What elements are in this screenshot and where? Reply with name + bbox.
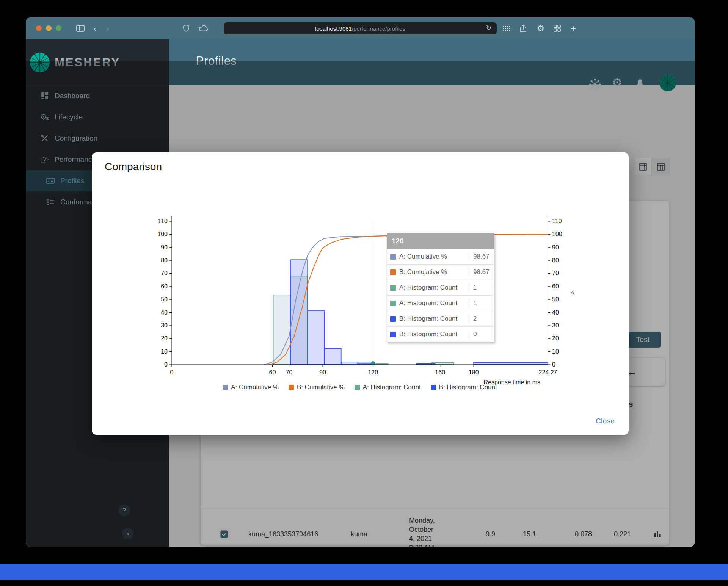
- x-tick-label: 90: [319, 369, 326, 376]
- y-tick-label: 40: [552, 309, 559, 316]
- series-color-swatch: [390, 254, 396, 260]
- y-tick-label: 0: [164, 361, 168, 368]
- y-tick-label: 80: [161, 257, 168, 263]
- tooltip-row: A: Histogram: Count1: [387, 280, 494, 295]
- y-tick-label: 20: [552, 335, 559, 342]
- extensions-grid-icon[interactable]: [503, 26, 510, 31]
- tooltip-row: B: Histogram: Count0: [387, 326, 494, 342]
- window-controls: [36, 25, 66, 31]
- x-tick-label: 120: [368, 369, 378, 376]
- y-tick-label: 30: [552, 322, 559, 329]
- tooltip-series-value: 98.67: [469, 268, 494, 276]
- series-color-swatch: [390, 316, 396, 322]
- tooltip-header: 120: [387, 233, 494, 249]
- y-tick-label: 60: [161, 283, 168, 290]
- y-tick-label: 110: [552, 218, 562, 224]
- y-tick-label: 100: [157, 231, 168, 237]
- tooltip-row: A: Histogram: Count1: [387, 295, 494, 311]
- histogram-bar: [373, 364, 388, 365]
- tooltip-series-label: B: Histogram: Count: [399, 331, 469, 338]
- tooltip-series-value: 98.67: [469, 253, 494, 260]
- comparison-modal: Comparison 00101020203030404050506060707…: [92, 152, 629, 435]
- legend-item[interactable]: B: Histogram: Count: [431, 384, 497, 391]
- shield-icon[interactable]: [183, 25, 189, 32]
- tooltip-series-label: B: Histogram: Count: [399, 315, 469, 323]
- y-tick-label: 0: [552, 361, 555, 368]
- y-tick-label: 90: [552, 244, 559, 251]
- y-tick-label: 80: [552, 257, 559, 263]
- y-tick-label: 10: [161, 348, 168, 355]
- tooltip-row: B: Histogram: Count2: [387, 311, 494, 326]
- tooltip-row: B: Cumulative %98.67: [387, 264, 494, 280]
- sidebar-toggle-icon[interactable]: [76, 25, 85, 32]
- url-path: /performance/profiles: [352, 25, 405, 32]
- x-tick-label: 160: [435, 369, 445, 376]
- tooltip-series-label: A: Cumulative %: [399, 253, 469, 260]
- x-tick-label: 180: [469, 369, 479, 376]
- refresh-icon[interactable]: ↻: [486, 24, 491, 32]
- y-tick-label: 110: [158, 218, 168, 224]
- y-tick-label: 20: [161, 335, 168, 342]
- address-bar[interactable]: localhost:9081/performance/profiles ↻: [224, 22, 497, 34]
- legend-item[interactable]: A: Histogram: Count: [355, 384, 421, 391]
- series-color-swatch: [390, 285, 396, 291]
- tooltip-row: A: Cumulative %98.67: [387, 249, 494, 264]
- close-window-button[interactable]: [36, 25, 42, 31]
- forward-icon[interactable]: ›: [106, 24, 109, 33]
- share-icon[interactable]: [520, 24, 527, 33]
- new-tab-icon[interactable]: +: [571, 23, 576, 34]
- y-tick-label: 70: [161, 270, 168, 276]
- y-tick-label: 50: [161, 296, 168, 302]
- legend-swatch: [223, 385, 228, 390]
- y-tick-label: 40: [161, 309, 168, 316]
- y-axis-right-label: %: [570, 290, 576, 295]
- legend-label: A: Histogram: Count: [363, 384, 421, 391]
- legend-swatch: [355, 385, 360, 390]
- histogram-bar: [341, 362, 358, 365]
- series-color-swatch: [390, 301, 396, 306]
- x-tick-label: 224.27: [539, 369, 557, 376]
- y-tick-label: 50: [552, 296, 559, 302]
- tooltip-series-value: 2: [469, 315, 494, 323]
- legend-label: B: Histogram: Count: [439, 384, 497, 391]
- close-button[interactable]: Close: [593, 417, 617, 426]
- minimize-window-button[interactable]: [46, 25, 52, 31]
- y-tick-label: 70: [552, 270, 559, 276]
- legend-item[interactable]: A: Cumulative %: [223, 384, 279, 391]
- x-tick-label: 60: [269, 369, 276, 376]
- zoom-window-button[interactable]: [56, 25, 61, 31]
- legend-item[interactable]: B: Cumulative %: [289, 384, 345, 391]
- legend-label: B: Cumulative %: [297, 384, 345, 391]
- back-icon[interactable]: ‹: [94, 24, 96, 33]
- tooltip-series-value: 0: [469, 331, 494, 338]
- tooltip-series-label: A: Histogram: Count: [399, 284, 469, 291]
- url-host: localhost:9081: [315, 25, 352, 32]
- y-tick-label: 60: [552, 283, 559, 290]
- histogram-bar: [474, 363, 548, 365]
- legend-label: A: Cumulative %: [231, 384, 279, 391]
- y-tick-label: 90: [161, 244, 168, 251]
- tooltip-series-label: B: Cumulative %: [399, 268, 469, 276]
- comparison-chart: 0010102020303040405050606070708080909010…: [92, 152, 629, 435]
- cloud-icon[interactable]: [199, 25, 208, 31]
- histogram-bar: [358, 362, 373, 365]
- histogram-bar: [325, 348, 341, 365]
- x-tick-label: 70: [286, 369, 293, 376]
- desktop-background: ‹ › localhost:9081/performance/profiles …: [0, 0, 728, 586]
- tab-overview-icon[interactable]: [554, 25, 561, 32]
- chart-tooltip: 120 A: Cumulative %98.67B: Cumulative %9…: [387, 233, 494, 342]
- browser-toolbar: ‹ › localhost:9081/performance/profiles …: [26, 17, 695, 39]
- tooltip-series-label: A: Histogram: Count: [399, 299, 469, 307]
- y-tick-label: 30: [161, 322, 168, 329]
- settings-gear-icon[interactable]: ⚙: [537, 24, 544, 33]
- chart-legend: A: Cumulative %B: Cumulative %A: Histogr…: [172, 384, 548, 391]
- series-color-swatch: [390, 269, 396, 275]
- browser-window: ‹ › localhost:9081/performance/profiles …: [26, 17, 695, 547]
- histogram-bar: [308, 311, 324, 365]
- legend-swatch: [431, 385, 436, 390]
- tooltip-series-value: 1: [469, 299, 494, 307]
- series-color-swatch: [390, 332, 396, 337]
- taskbar-strip: [0, 564, 728, 580]
- y-tick-label: 100: [552, 231, 562, 237]
- x-tick-label: 0: [170, 369, 174, 376]
